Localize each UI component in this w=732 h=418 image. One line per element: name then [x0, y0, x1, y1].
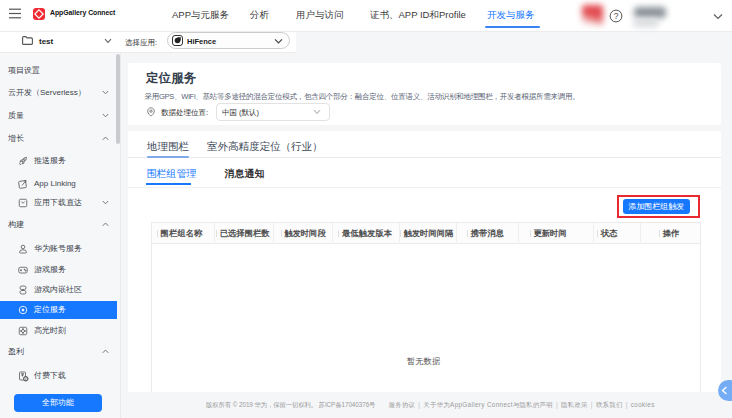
svg-text:?: ? [614, 11, 619, 21]
